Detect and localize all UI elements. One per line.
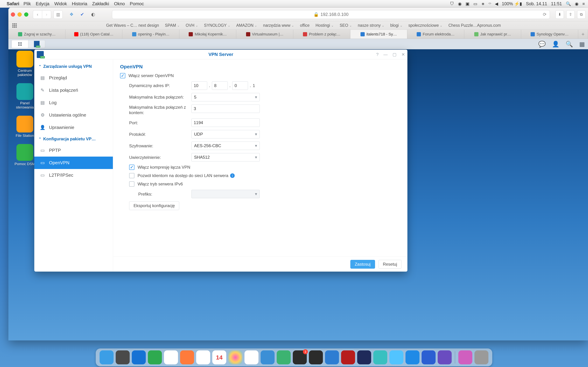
browser-tab[interactable]: Jak naprawić pr…: [464, 30, 521, 39]
dock-app[interactable]: [244, 350, 259, 364]
dsm-widgets-icon[interactable]: ▦: [579, 41, 585, 48]
dock-app[interactable]: [475, 350, 488, 364]
new-tab-button[interactable]: +: [578, 30, 588, 39]
close-icon[interactable]: ✕: [401, 52, 405, 57]
apply-button[interactable]: Zastosuj: [350, 260, 375, 269]
desktop-icon[interactable]: Centrum pakietów: [13, 51, 37, 77]
share-button[interactable]: ⇧: [566, 10, 575, 19]
browser-tab[interactable]: opening - Playin…: [122, 30, 179, 39]
spotlight-icon[interactable]: 🔍: [566, 1, 571, 6]
dyn-ip-octet-3[interactable]: [232, 82, 248, 90]
sidebar-item-connections[interactable]: ✎Lista połączeń: [34, 84, 113, 96]
favorite-item[interactable]: SPAM⌄: [165, 23, 180, 28]
dock-app[interactable]: [309, 350, 323, 364]
dsm-vpn-task-button[interactable]: VPN: [28, 40, 45, 48]
desktop-icon[interactable]: Pomoc DSM: [13, 144, 37, 166]
maximize-icon[interactable]: ▢: [392, 52, 397, 57]
sidebar-group-management[interactable]: ⌃Zarządzanie usługą VPN: [34, 61, 113, 72]
browser-tab[interactable]: Synology Openv…: [521, 30, 578, 39]
dock-app[interactable]: [164, 350, 178, 364]
dock-app[interactable]: [277, 350, 291, 364]
dock-app[interactable]: [458, 350, 472, 364]
ext-icon-3[interactable]: ◐: [90, 12, 96, 17]
dsm-search-icon[interactable]: 🔍: [566, 41, 573, 48]
dsm-user-icon[interactable]: 👤: [552, 41, 559, 48]
menu-history[interactable]: Historia: [72, 1, 87, 7]
dock-app[interactable]: [116, 350, 130, 364]
ext-icon-1[interactable]: ❖: [69, 12, 74, 17]
favorite-item[interactable]: office: [300, 23, 310, 28]
sidebar-button[interactable]: ▥: [53, 10, 63, 19]
favorite-item[interactable]: SYNOLOGY⌄: [204, 23, 230, 28]
sidebar-item-openvpn[interactable]: ▭OpenVPN: [34, 157, 113, 169]
auth-select[interactable]: SHA512▾: [191, 153, 260, 161]
sidebar-item-overview[interactable]: ▤Przegląd: [34, 72, 113, 84]
favorite-item[interactable]: AMAZON⌄: [236, 23, 257, 28]
favorite-item[interactable]: nasze strony⌄: [358, 23, 384, 28]
minimize-icon[interactable]: —: [383, 52, 388, 57]
wifi-icon[interactable]: ⌔: [489, 1, 491, 6]
close-button[interactable]: [11, 12, 15, 17]
compress-checkbox[interactable]: [129, 165, 134, 170]
browser-tab[interactable]: Zagraj w szachy…: [9, 30, 65, 39]
sidebar-item-permissions[interactable]: 👤Uprawnienie: [34, 121, 113, 134]
app-name[interactable]: Safari: [7, 1, 19, 7]
export-config-button[interactable]: Eksportuj konfigurację: [129, 201, 179, 210]
max-conn-select[interactable]: 5▾: [191, 93, 260, 101]
info-icon[interactable]: i: [230, 173, 235, 178]
browser-tab[interactable]: Virtualmuseum |…: [236, 30, 293, 39]
sidebar-item-pptp[interactable]: ▭PPTP: [34, 144, 113, 157]
lan-access-checkbox[interactable]: [129, 173, 134, 178]
dock-app[interactable]: [260, 350, 275, 364]
menu-edit[interactable]: Edycja: [36, 1, 49, 7]
maximize-button[interactable]: [24, 12, 28, 17]
dock-app[interactable]: [438, 350, 452, 364]
browser-tab[interactable]: italents718 - Sy…: [350, 30, 407, 39]
favorite-item[interactable]: narzędzia www⌄: [263, 23, 294, 28]
fingerprint-icon[interactable]: ◉: [458, 1, 462, 6]
dock-app[interactable]: [180, 350, 194, 364]
dyn-ip-octet-1[interactable]: [191, 82, 207, 90]
quickaction-icon[interactable]: ▣: [466, 1, 469, 6]
max-conn-acct-input[interactable]: [191, 105, 260, 113]
dock-app[interactable]: [196, 350, 210, 364]
forward-button[interactable]: ›: [42, 10, 51, 19]
favorite-item[interactable]: Hostingi⌄: [316, 23, 334, 28]
desktop-icon[interactable]: File Station: [13, 116, 37, 138]
menu-view[interactable]: Widok: [54, 1, 67, 7]
dock-app[interactable]: [228, 350, 242, 364]
dock-app[interactable]: [357, 350, 371, 364]
menubar-date[interactable]: Sob. 14.11: [526, 1, 547, 6]
tabs-button[interactable]: ⧉: [577, 10, 586, 19]
browser-tab[interactable]: Forum elektroda…: [407, 30, 464, 39]
browser-tab[interactable]: (118) Open Catal…: [65, 30, 122, 39]
favorite-item[interactable]: Chess Puzzle…Apronus.com: [448, 23, 501, 28]
bluetooth-icon[interactable]: ∗: [481, 1, 485, 6]
favorite-item[interactable]: SEO⌄: [340, 23, 352, 28]
enable-openvpn-checkbox[interactable]: [120, 73, 125, 78]
favorite-item[interactable]: blogi⌄: [390, 23, 403, 28]
dock-app[interactable]: [389, 350, 403, 364]
menu-help[interactable]: Pomoc: [130, 1, 144, 7]
desktop-icon[interactable]: Panel sterowania: [13, 83, 37, 109]
dock-app[interactable]: [100, 350, 113, 364]
shield-icon[interactable]: ⛉: [450, 1, 454, 6]
dock-app[interactable]: [373, 350, 387, 364]
dock-app[interactable]: [325, 350, 339, 364]
menu-bookmarks[interactable]: Zakładki: [92, 1, 109, 7]
dock-app[interactable]: [148, 350, 162, 364]
volume-icon[interactable]: ◀: [495, 1, 498, 6]
help-icon[interactable]: ?: [376, 52, 379, 57]
sidebar-item-l2tp[interactable]: ▭L2TP/IPSec: [34, 169, 113, 181]
menu-window[interactable]: Okno: [114, 1, 125, 7]
dyn-ip-octet-2[interactable]: [212, 82, 228, 90]
dock-app[interactable]: 3: [293, 350, 307, 364]
reload-icon[interactable]: ⟳: [543, 12, 546, 17]
proto-select[interactable]: UDP▾: [191, 130, 260, 138]
favorite-item[interactable]: OVH⌄: [186, 23, 198, 28]
back-button[interactable]: ‹: [33, 10, 42, 19]
dock-app[interactable]: [406, 350, 419, 364]
ext-icon-2[interactable]: ✔: [79, 12, 85, 17]
menubar-time[interactable]: 11:51: [551, 1, 562, 6]
dsm-dashboard-button[interactable]: [12, 40, 28, 48]
